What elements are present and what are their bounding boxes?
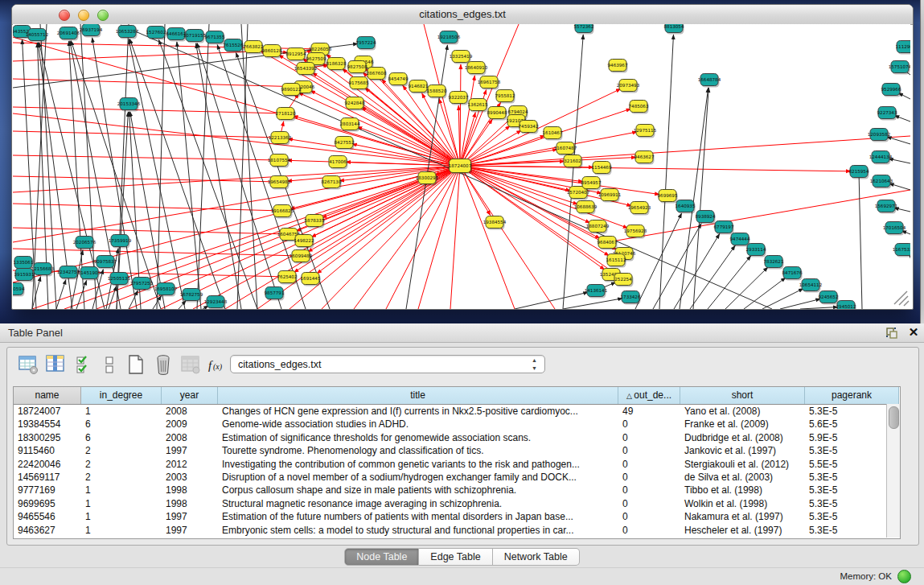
table-cell[interactable]: 2 [81, 444, 162, 457]
citation-edge-black[interactable] [659, 35, 673, 309]
table-cell[interactable]: 2012 [162, 458, 218, 471]
graph-node[interactable]: 9857791 [265, 287, 285, 301]
table-row[interactable]: 977716911998Corpus callosum shape and si… [14, 484, 900, 496]
citation-edge-black[interactable] [563, 35, 583, 309]
table-cell[interactable]: 1997 [162, 510, 218, 523]
table-cell[interactable]: 0 [618, 431, 680, 444]
graph-node[interactable]: 5878335 [305, 215, 325, 229]
table-cell[interactable]: 2008 [162, 431, 218, 444]
graph-node[interactable]: 6779197 [714, 221, 734, 235]
citation-edge-red[interactable] [13, 113, 460, 166]
graph-node[interactable]: 26937194 [80, 24, 103, 38]
table-cell[interactable]: Tibbo et al. (1998) [680, 484, 805, 496]
table-cell[interactable]: Yano et al. (2008) [680, 405, 805, 418]
graph-node[interactable]: 1112904 [896, 41, 910, 55]
graph-node[interactable]: 1691445 [301, 273, 321, 286]
table-cell[interactable]: Changes of HCN gene expression and I(f) … [218, 405, 618, 418]
graph-node[interactable]: 1498222 [294, 235, 314, 249]
table-cell[interactable]: 0 [618, 418, 680, 431]
citation-edge-black[interactable] [889, 183, 910, 190]
table-cell[interactable]: 1998 [162, 484, 218, 496]
table-row[interactable]: 1830029562008Estimation of significance … [14, 431, 900, 444]
graph-node[interactable]: 2803144 [340, 118, 360, 132]
graph-node[interactable]: 7485063 [629, 101, 649, 114]
table-cell[interactable]: 22420046 [14, 458, 81, 471]
table-cell[interactable]: 5.3E-5 [805, 484, 899, 496]
citation-edge-black[interactable] [129, 39, 225, 309]
table-cell[interactable]: 0 [618, 444, 680, 457]
table-cell[interactable]: 1 [81, 484, 162, 496]
citation-edge-black[interactable] [129, 39, 185, 309]
citation-edge-black[interactable] [197, 24, 209, 309]
table-cell[interactable]: 5.6E-5 [805, 418, 899, 431]
table-cell[interactable]: 9115460 [14, 444, 81, 457]
graph-node[interactable]: 17016504 [883, 222, 906, 236]
graph-node[interactable]: 7663822 [244, 41, 264, 55]
graph-node[interactable]: 18724007 [449, 159, 472, 175]
table-cell[interactable]: Embryonic stem cells: a model to study s… [218, 524, 618, 537]
tab-network-table[interactable]: Network Table [493, 548, 580, 566]
graph-node[interactable]: 90975837 [94, 256, 117, 270]
table-cell[interactable]: Nakamura et al. (1997) [680, 510, 805, 523]
delete-column-button[interactable] [152, 352, 175, 377]
graph-node[interactable]: 12213363 [269, 132, 292, 146]
citation-edge-black[interactable] [237, 24, 248, 309]
table-cell[interactable]: Dudbridge et al. (2008) [680, 431, 805, 444]
graph-node[interactable]: 8427552 [335, 137, 355, 150]
graph-node[interactable]: 1640935 [676, 200, 696, 214]
table-cell[interactable]: 9465546 [14, 510, 81, 523]
vertical-scrollbar[interactable] [886, 404, 900, 538]
citation-edge-red[interactable] [310, 90, 460, 166]
graph-node[interactable]: 9242848 [345, 97, 365, 111]
table-cell[interactable]: 18724007 [14, 405, 81, 418]
table-cell[interactable]: 49 [618, 405, 680, 418]
graph-node[interactable]: 7955812 [495, 90, 515, 104]
table-cell[interactable]: 9777169 [14, 484, 81, 496]
graph-node[interactable]: 9860128 [262, 45, 282, 59]
tab-edge-table[interactable]: Edge Table [419, 548, 492, 566]
graph-node[interactable]: 2933114 [746, 244, 766, 257]
citation-edge-black[interactable] [708, 256, 751, 309]
graph-node[interactable]: 5572362 [574, 24, 594, 35]
graph-node[interactable]: 9245652 [819, 291, 839, 305]
graph-node[interactable]: 7832621 [764, 256, 784, 270]
citation-edge-red[interactable] [13, 249, 301, 256]
graph-node[interactable]: 12923448 [204, 296, 228, 310]
table-cell[interactable]: 5.5E-5 [805, 458, 899, 471]
citation-edge-black[interactable] [800, 307, 838, 309]
table-cell[interactable]: 14569117 [14, 471, 81, 484]
table-cell[interactable]: 5.3E-5 [805, 444, 899, 457]
graph-node[interactable]: 12342757 [57, 266, 80, 280]
table-cell[interactable]: 2008 [162, 405, 218, 418]
citation-edge-red[interactable] [13, 131, 280, 138]
table-cell[interactable]: 9463627 [14, 524, 81, 537]
graph-node[interactable]: 7957224 [356, 37, 376, 51]
table-panel-header[interactable]: Table Panel ✕ [0, 323, 924, 343]
table-cell[interactable]: 1997 [162, 444, 218, 457]
table-cell[interactable]: 1 [81, 405, 162, 418]
graph-node[interactable]: 17359919 [109, 235, 132, 249]
table-cell[interactable]: Hescheler et al. (1997) [680, 524, 805, 537]
graph-node[interactable]: 1154469 [592, 162, 612, 175]
graph-node[interactable]: 8990448 [487, 107, 507, 121]
table-cell[interactable]: 0 [618, 471, 680, 484]
table-cell[interactable]: 5.3E-5 [805, 510, 899, 523]
table-cell[interactable]: 1 [81, 497, 162, 510]
table-cell[interactable]: 5.3E-5 [805, 524, 899, 537]
table-cell[interactable]: 5.3E-5 [805, 497, 899, 510]
table-cell[interactable]: 0 [618, 524, 680, 537]
network-window-titlebar[interactable]: citations_edges.txt [12, 5, 913, 25]
graph-node[interactable]: 9463967 [608, 60, 628, 73]
graph-node[interactable]: 10688639 [574, 201, 598, 215]
column-header-in_degree[interactable]: in_degree [81, 387, 162, 404]
citation-edge-black[interactable] [563, 299, 622, 309]
graph-node[interactable]: 1330594 [13, 283, 25, 297]
graph-node[interactable]: 11607487 [554, 142, 577, 156]
graph-node[interactable]: 8938924 [696, 211, 716, 225]
table-cell[interactable]: 6 [81, 431, 162, 444]
graph-node[interactable]: 8954957 [581, 177, 602, 191]
table-cell[interactable]: 1 [81, 524, 162, 537]
resize-grip[interactable] [894, 291, 909, 306]
column-header-out_de[interactable]: △ out_de... [618, 387, 680, 404]
graph-node[interactable]: 1588520 [427, 85, 447, 99]
